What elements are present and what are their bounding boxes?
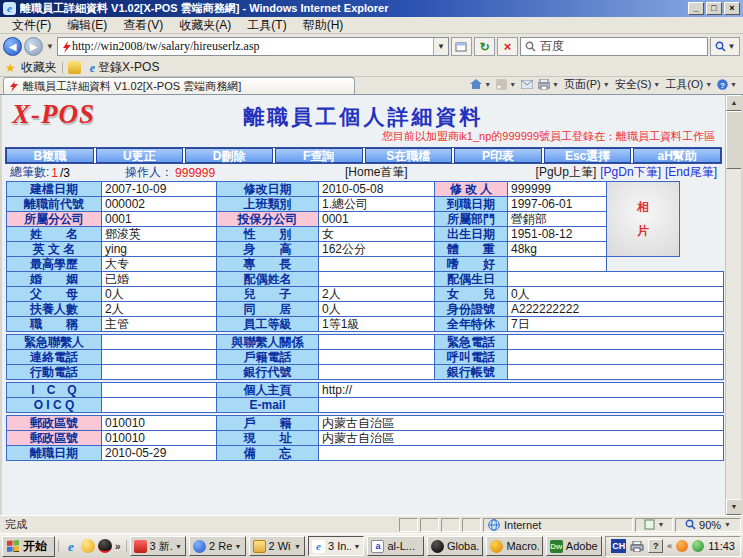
form-value[interactable]: 1等1級 <box>319 317 435 332</box>
address-dropdown-icon[interactable]: ▼ <box>433 38 448 55</box>
correct-button[interactable]: U更正 <box>96 148 184 163</box>
taskbar-button-ie-group[interactable]: e3 In...▼ <box>308 536 364 556</box>
form-value[interactable]: 0001 <box>319 212 435 227</box>
page-help-button[interactable]: aH幫助 <box>633 148 721 163</box>
active-file-button[interactable]: S在職檔 <box>365 148 453 163</box>
form-value[interactable]: 1.總公司 <box>319 197 435 212</box>
quicklaunch-messenger-icon[interactable] <box>81 539 95 553</box>
form-value[interactable]: 162公分 <box>319 242 435 257</box>
menu-view[interactable]: 查看(V) <box>115 17 171 34</box>
form-value[interactable] <box>319 350 435 365</box>
stop-button[interactable]: × <box>497 37 518 56</box>
form-value[interactable]: 010010 <box>102 431 217 446</box>
taskbar-button-re-group[interactable]: 2 Re...▼ <box>189 536 245 556</box>
menu-tools[interactable]: 工具(T) <box>239 17 294 34</box>
taskbar-button-macro[interactable]: Macro... <box>486 536 542 556</box>
form-value[interactable]: ying <box>102 242 217 257</box>
zoom-control[interactable]: 90% ▼ <box>675 518 741 532</box>
form-value[interactable]: 000002 <box>102 197 217 212</box>
start-button[interactable]: 开始 <box>2 536 55 557</box>
form-value[interactable]: 0001 <box>102 212 217 227</box>
form-value[interactable] <box>319 398 724 413</box>
add-favorite-icon[interactable] <box>68 61 81 74</box>
minimize-button[interactable]: _ <box>688 2 704 15</box>
taskbar-button-adobe[interactable]: DwAdobe... <box>546 536 602 556</box>
history-dropdown-icon[interactable]: ▼ <box>45 42 55 51</box>
refresh-button[interactable]: ↻ <box>474 37 495 56</box>
form-value[interactable]: 主管 <box>102 317 217 332</box>
nav-pgdn-hint[interactable]: [PgDn下筆] <box>600 164 661 181</box>
form-value[interactable]: http:// <box>319 383 724 398</box>
hide-icons-chevron[interactable]: « <box>667 541 672 551</box>
messenger-tray-icon[interactable] <box>692 540 704 552</box>
form-value[interactable]: 2人 <box>319 287 435 302</box>
form-value[interactable]: 2010-05-29 <box>102 446 217 461</box>
form-value[interactable]: 999999 <box>508 182 607 197</box>
form-value[interactable]: 2007-10-09 <box>102 182 217 197</box>
form-value[interactable]: 鄧浚英 <box>102 227 217 242</box>
taskbar-button-windows-group[interactable]: 2 Wi...▼ <box>249 536 305 556</box>
search-input[interactable]: 百度 <box>520 37 708 56</box>
menu-favorites[interactable]: 收藏夹(A) <box>171 17 239 34</box>
page-menu[interactable]: 页面(P)▼ <box>564 77 610 92</box>
taskbar-button-qq[interactable]: Globa... <box>427 536 483 556</box>
nav-home-hint[interactable]: [Home首筆] <box>345 164 408 181</box>
form-value[interactable] <box>102 398 217 413</box>
mail-button[interactable] <box>521 80 533 89</box>
compatibility-view-button[interactable] <box>451 37 472 56</box>
scroll-down-icon[interactable]: ▼ <box>726 499 742 515</box>
form-value[interactable] <box>508 350 724 365</box>
language-indicator[interactable]: CH <box>611 539 626 553</box>
form-value[interactable] <box>319 446 724 461</box>
tab-active[interactable]: 離職員工詳細資料 V1.02[X-POS 雲端商務網] <box>3 77 355 94</box>
form-value[interactable]: 内蒙古自治區 <box>319 416 724 431</box>
menu-file[interactable]: 文件(F) <box>4 17 59 34</box>
form-value[interactable]: 2人 <box>102 302 217 317</box>
quicklaunch-qq-icon[interactable] <box>98 539 112 553</box>
menu-edit[interactable]: 编辑(E) <box>59 17 115 34</box>
form-value[interactable] <box>508 257 607 272</box>
maximize-button[interactable]: □ <box>706 2 722 15</box>
form-value[interactable]: 48kg <box>508 242 607 257</box>
feeds-button[interactable]: ▼ <box>496 79 516 90</box>
favorites-link-xpos[interactable]: e 登錄X-POS <box>86 58 164 77</box>
nav-end-hint[interactable]: [End尾筆] <box>665 164 717 181</box>
address-field[interactable]: http://win2008/tw/salary/hireuserlz.asp … <box>57 37 449 56</box>
quicklaunch-overflow-chevron[interactable]: » <box>115 541 121 552</box>
quicklaunch-ie-icon[interactable]: e <box>64 539 78 553</box>
form-value[interactable]: 0人 <box>102 287 217 302</box>
protected-mode-control[interactable]: ▼ <box>635 518 673 532</box>
print-button[interactable]: ▼ <box>538 79 559 90</box>
scrollbar-thumb[interactable] <box>726 111 742 169</box>
form-value[interactable]: 内蒙古自治區 <box>319 431 724 446</box>
form-value[interactable]: 010010 <box>102 416 217 431</box>
favorites-label[interactable]: 收藏夹 <box>21 59 57 76</box>
form-value[interactable] <box>102 383 217 398</box>
scroll-up-icon[interactable]: ▲ <box>726 95 742 111</box>
vertical-scrollbar[interactable]: ▲ ▼ <box>725 95 741 515</box>
form-value[interactable] <box>102 350 217 365</box>
form-value[interactable] <box>508 272 724 287</box>
home-button[interactable]: ▼ <box>470 79 491 90</box>
form-value[interactable] <box>508 365 724 380</box>
printer-tray-icon[interactable] <box>630 541 644 552</box>
form-value[interactable]: 0人 <box>508 287 724 302</box>
tools-menu[interactable]: 工具(O)▼ <box>665 77 712 92</box>
form-value[interactable]: A222222222 <box>508 302 724 317</box>
help-tray-icon[interactable]: ? <box>648 539 663 553</box>
form-value[interactable]: 大专 <box>102 257 217 272</box>
query-button[interactable]: F查詢 <box>275 148 363 163</box>
nav-pgup-hint[interactable]: [PgUp上筆] <box>536 164 597 181</box>
rehire-button[interactable]: B複職 <box>6 148 94 163</box>
help-menu[interactable]: ?▼ <box>717 79 737 90</box>
form-value[interactable]: 0人 <box>319 302 435 317</box>
form-value[interactable]: 營銷部 <box>508 212 607 227</box>
back-button[interactable]: ◀ <box>3 37 22 56</box>
form-value[interactable] <box>102 365 217 380</box>
form-value[interactable] <box>319 272 435 287</box>
esc-select-button[interactable]: Esc選擇 <box>544 148 632 163</box>
close-button[interactable]: × <box>724 2 740 15</box>
form-value[interactable]: 已婚 <box>102 272 217 287</box>
form-value[interactable]: 1951-08-12 <box>508 227 607 242</box>
form-value[interactable]: 女 <box>319 227 435 242</box>
